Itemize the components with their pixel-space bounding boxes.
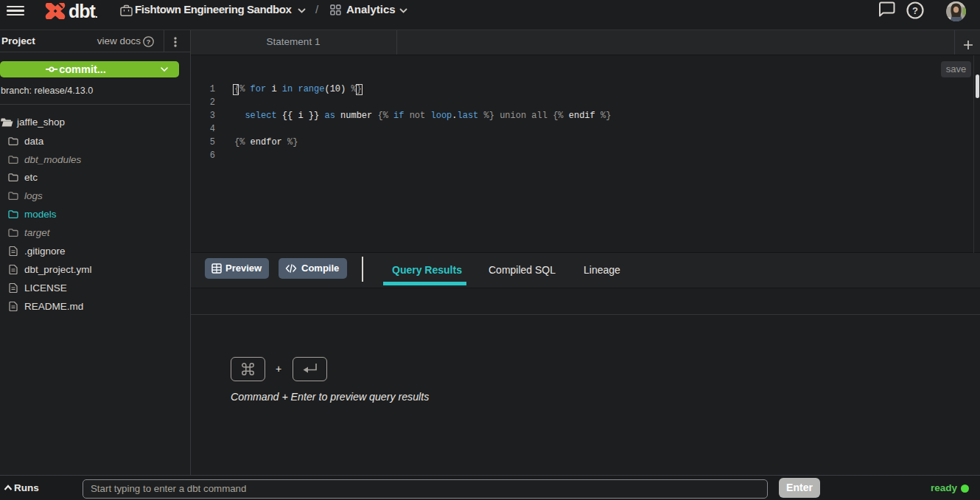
svg-text:?: ? [912,5,918,16]
svg-text:?: ? [147,38,151,46]
